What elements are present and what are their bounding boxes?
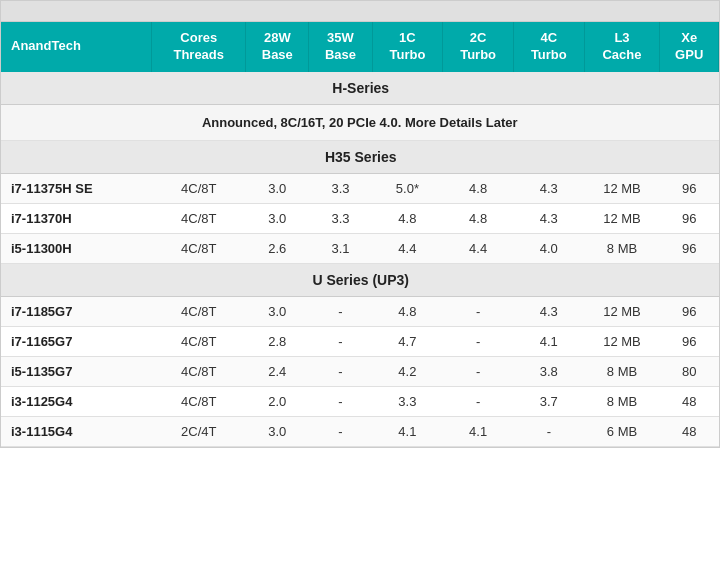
col-header-l3: L3Cache	[584, 22, 660, 72]
cell-turbo2c: 4.4	[443, 233, 514, 263]
section-header-cell: H-Series	[1, 72, 719, 105]
cell-xegpu: 96	[660, 203, 719, 233]
cell-xegpu: 48	[660, 386, 719, 416]
cell-l3cache: 6 MB	[584, 416, 660, 446]
cell-turbo1c: 4.7	[372, 326, 443, 356]
cell-cores: 4C/8T	[152, 386, 246, 416]
main-title	[1, 1, 719, 22]
cell-w28base: 2.8	[246, 326, 309, 356]
cell-w28base: 3.0	[246, 296, 309, 326]
cell-turbo4c: 4.0	[513, 233, 584, 263]
table-row: i3-1125G44C/8T2.0-3.3-3.78 MB48	[1, 386, 719, 416]
cell-l3cache: 8 MB	[584, 233, 660, 263]
cell-turbo2c: 4.1	[443, 416, 514, 446]
cell-turbo4c: 3.8	[513, 356, 584, 386]
cell-turbo2c: -	[443, 326, 514, 356]
cell-xegpu: 48	[660, 416, 719, 446]
cell-l3cache: 12 MB	[584, 173, 660, 203]
col-header-xe: XeGPU	[660, 22, 719, 72]
cell-w35base: 3.3	[309, 173, 372, 203]
cell-cores: 4C/8T	[152, 296, 246, 326]
cell-name: i5-1135G7	[1, 356, 152, 386]
col-header-28w: 28WBase	[246, 22, 309, 72]
cell-l3cache: 12 MB	[584, 326, 660, 356]
announcement-row: Announced, 8C/16T, 20 PCIe 4.0. More Det…	[1, 104, 719, 140]
cell-w35base: -	[309, 416, 372, 446]
cell-w28base: 2.4	[246, 356, 309, 386]
cell-turbo2c: 4.8	[443, 173, 514, 203]
table-wrapper: AnandTech CoresThreads 28WBase 35WBase 1…	[0, 0, 720, 448]
header-row: AnandTech CoresThreads 28WBase 35WBase 1…	[1, 22, 719, 72]
cell-name: i3-1125G4	[1, 386, 152, 416]
cell-xegpu: 96	[660, 233, 719, 263]
cell-xegpu: 96	[660, 296, 719, 326]
cell-w35base: 3.3	[309, 203, 372, 233]
section-header-cell: H35 Series	[1, 140, 719, 173]
announcement-cell: Announced, 8C/16T, 20 PCIe 4.0. More Det…	[1, 104, 719, 140]
table-row: i7-11375H SE4C/8T3.03.35.0*4.84.312 MB96	[1, 173, 719, 203]
cell-l3cache: 12 MB	[584, 203, 660, 233]
cell-cores: 4C/8T	[152, 203, 246, 233]
cell-w28base: 3.0	[246, 203, 309, 233]
table-body: H-SeriesAnnounced, 8C/16T, 20 PCIe 4.0. …	[1, 72, 719, 447]
col-header-cores: CoresThreads	[152, 22, 246, 72]
cell-turbo1c: 4.4	[372, 233, 443, 263]
cell-w35base: -	[309, 356, 372, 386]
cell-turbo4c: 4.3	[513, 173, 584, 203]
col-header-35w: 35WBase	[309, 22, 372, 72]
cell-cores: 4C/8T	[152, 233, 246, 263]
cell-l3cache: 8 MB	[584, 386, 660, 416]
cell-cores: 2C/4T	[152, 416, 246, 446]
cell-turbo2c: -	[443, 386, 514, 416]
section-header-row: U Series (UP3)	[1, 263, 719, 296]
cell-l3cache: 12 MB	[584, 296, 660, 326]
cell-turbo1c: 4.2	[372, 356, 443, 386]
cell-cores: 4C/8T	[152, 356, 246, 386]
section-header-cell: U Series (UP3)	[1, 263, 719, 296]
cell-w28base: 2.6	[246, 233, 309, 263]
cell-turbo2c: -	[443, 356, 514, 386]
cell-name: i7-11370H	[1, 203, 152, 233]
cell-turbo1c: 4.8	[372, 203, 443, 233]
table-row: i7-1185G74C/8T3.0-4.8-4.312 MB96	[1, 296, 719, 326]
cell-turbo4c: 3.7	[513, 386, 584, 416]
cell-name: i7-1185G7	[1, 296, 152, 326]
cell-w35base: 3.1	[309, 233, 372, 263]
cell-turbo1c: 3.3	[372, 386, 443, 416]
cell-l3cache: 8 MB	[584, 356, 660, 386]
cell-xegpu: 80	[660, 356, 719, 386]
cell-name: i3-1115G4	[1, 416, 152, 446]
cell-turbo2c: 4.8	[443, 203, 514, 233]
section-header-row: H-Series	[1, 72, 719, 105]
cell-turbo4c: 4.3	[513, 296, 584, 326]
cell-turbo2c: -	[443, 296, 514, 326]
cell-xegpu: 96	[660, 173, 719, 203]
col-header-4c: 4CTurbo	[513, 22, 584, 72]
cell-turbo4c: -	[513, 416, 584, 446]
cell-turbo4c: 4.1	[513, 326, 584, 356]
cell-w28base: 3.0	[246, 416, 309, 446]
cell-turbo1c: 4.8	[372, 296, 443, 326]
table-row: i7-1165G74C/8T2.8-4.7-4.112 MB96	[1, 326, 719, 356]
col-header-1c: 1CTurbo	[372, 22, 443, 72]
cell-turbo1c: 5.0*	[372, 173, 443, 203]
cell-turbo1c: 4.1	[372, 416, 443, 446]
table-row: i5-1135G74C/8T2.4-4.2-3.88 MB80	[1, 356, 719, 386]
data-table: AnandTech CoresThreads 28WBase 35WBase 1…	[1, 22, 719, 447]
cell-xegpu: 96	[660, 326, 719, 356]
cell-w28base: 3.0	[246, 173, 309, 203]
cell-turbo4c: 4.3	[513, 203, 584, 233]
col-header-name: AnandTech	[1, 22, 152, 72]
col-header-2c: 2CTurbo	[443, 22, 514, 72]
cell-name: i7-11375H SE	[1, 173, 152, 203]
cell-cores: 4C/8T	[152, 326, 246, 356]
cell-w35base: -	[309, 326, 372, 356]
cell-cores: 4C/8T	[152, 173, 246, 203]
table-row: i5-11300H4C/8T2.63.14.44.44.08 MB96	[1, 233, 719, 263]
table-row: i7-11370H4C/8T3.03.34.84.84.312 MB96	[1, 203, 719, 233]
cell-name: i7-1165G7	[1, 326, 152, 356]
cell-w35base: -	[309, 296, 372, 326]
table-row: i3-1115G42C/4T3.0-4.14.1-6 MB48	[1, 416, 719, 446]
cell-w35base: -	[309, 386, 372, 416]
cell-name: i5-11300H	[1, 233, 152, 263]
